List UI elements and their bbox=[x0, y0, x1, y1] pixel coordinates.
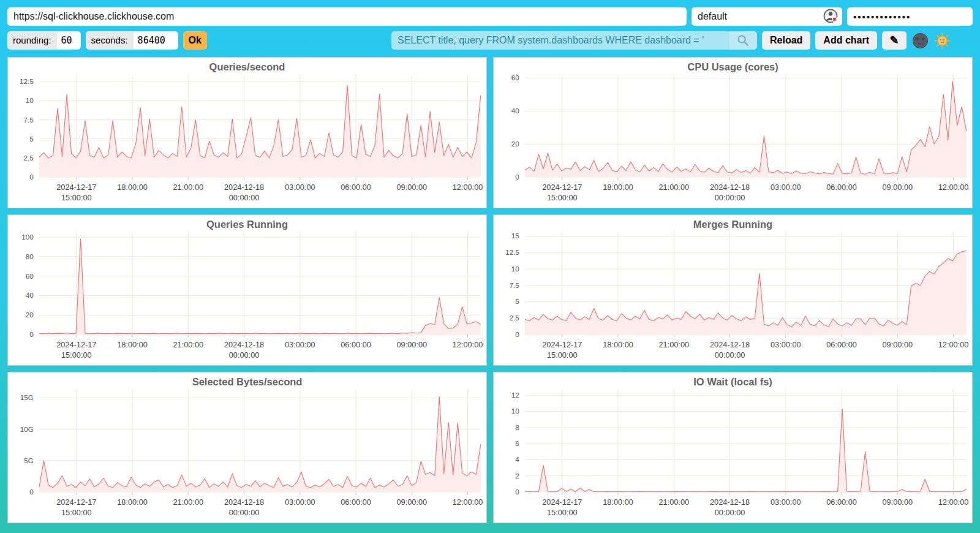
server-url-input[interactable] bbox=[7, 7, 687, 26]
svg-text:0: 0 bbox=[515, 330, 519, 338]
svg-text:15: 15 bbox=[511, 232, 519, 240]
svg-text:5G: 5G bbox=[24, 456, 34, 464]
password-manager-user-icon[interactable] bbox=[823, 9, 839, 25]
chart-title: Queries/second bbox=[8, 61, 486, 73]
svg-text:20: 20 bbox=[511, 140, 519, 148]
svg-text:06:00:00: 06:00:00 bbox=[341, 341, 371, 349]
svg-text:09:00:00: 09:00:00 bbox=[397, 183, 428, 192]
rounding-input[interactable] bbox=[57, 32, 80, 49]
add-chart-button[interactable]: Add chart bbox=[815, 31, 877, 50]
chart-title: Queries Running bbox=[8, 219, 486, 230]
run-search-button[interactable] bbox=[729, 31, 757, 50]
chart-canvas[interactable]: 0246810122024-12-1715:00:0018:00:0021:00… bbox=[494, 372, 972, 523]
chart-io-wait: IO Wait (local fs) 0246810122024-12-1715… bbox=[493, 372, 973, 523]
svg-text:7.5: 7.5 bbox=[510, 281, 519, 289]
svg-text:06:00:00: 06:00:00 bbox=[826, 183, 857, 192]
username-input[interactable] bbox=[692, 7, 842, 26]
chart-title: CPU Usage (cores) bbox=[494, 61, 972, 73]
dashboard-query-group bbox=[391, 31, 757, 50]
dashboard-query-input[interactable] bbox=[391, 31, 729, 50]
svg-text:12:00:00: 12:00:00 bbox=[453, 498, 483, 507]
svg-text:4: 4 bbox=[515, 456, 519, 464]
svg-text:09:00:00: 09:00:00 bbox=[397, 498, 428, 507]
svg-text:09:00:00: 09:00:00 bbox=[883, 183, 913, 192]
svg-text:03:00:00: 03:00:00 bbox=[771, 341, 801, 349]
svg-text:0: 0 bbox=[29, 488, 34, 496]
svg-text:00:00:00: 00:00:00 bbox=[715, 351, 745, 360]
svg-text:2024-12-18: 2024-12-18 bbox=[710, 498, 750, 507]
dark-theme-button[interactable] bbox=[911, 31, 929, 50]
chart-title: Selected Bytes/second bbox=[8, 376, 486, 388]
svg-text:0: 0 bbox=[515, 488, 519, 496]
svg-text:2024-12-18: 2024-12-18 bbox=[710, 183, 750, 192]
svg-text:10: 10 bbox=[511, 265, 519, 273]
svg-text:09:00:00: 09:00:00 bbox=[883, 498, 913, 507]
chart-queries-running: Queries Running 0204060801002024-12-1715… bbox=[7, 214, 487, 366]
svg-text:0: 0 bbox=[515, 173, 519, 181]
svg-text:18:00:00: 18:00:00 bbox=[117, 498, 148, 507]
svg-text:18:00:00: 18:00:00 bbox=[117, 341, 148, 349]
svg-text:40: 40 bbox=[511, 107, 519, 115]
svg-text:00:00:00: 00:00:00 bbox=[229, 194, 260, 202]
password-input[interactable] bbox=[847, 7, 973, 26]
svg-text:6: 6 bbox=[515, 439, 519, 447]
svg-text:15G: 15G bbox=[20, 393, 34, 401]
svg-text:2024-12-18: 2024-12-18 bbox=[710, 341, 750, 349]
svg-text:12:00:00: 12:00:00 bbox=[938, 341, 969, 349]
svg-text:60: 60 bbox=[511, 74, 519, 81]
svg-text:18:00:00: 18:00:00 bbox=[603, 341, 633, 349]
svg-text:21:00:00: 21:00:00 bbox=[659, 498, 690, 507]
svg-text:06:00:00: 06:00:00 bbox=[341, 183, 371, 192]
svg-text:2024-12-17: 2024-12-17 bbox=[56, 183, 96, 192]
svg-text:7.5: 7.5 bbox=[24, 116, 34, 124]
svg-text:03:00:00: 03:00:00 bbox=[285, 341, 315, 349]
svg-text:15:00:00: 15:00:00 bbox=[61, 351, 92, 360]
svg-text:15:00:00: 15:00:00 bbox=[547, 351, 578, 360]
svg-text:18:00:00: 18:00:00 bbox=[603, 498, 633, 507]
svg-text:03:00:00: 03:00:00 bbox=[771, 498, 801, 507]
svg-text:12: 12 bbox=[511, 391, 519, 399]
svg-text:2024-12-18: 2024-12-18 bbox=[224, 341, 264, 349]
reload-button[interactable]: Reload bbox=[762, 31, 810, 50]
svg-text:2024-12-17: 2024-12-17 bbox=[56, 498, 96, 507]
seconds-input[interactable] bbox=[134, 32, 178, 49]
ok-button[interactable]: Ok bbox=[183, 31, 207, 50]
svg-text:00:00:00: 00:00:00 bbox=[715, 194, 745, 202]
search-icon bbox=[736, 34, 750, 47]
chart-selected-bytes: Selected Bytes/second 05G10G15G2024-12-1… bbox=[7, 372, 487, 523]
chart-canvas[interactable]: 02.557.51012.52024-12-1715:00:0018:00:00… bbox=[8, 58, 486, 208]
svg-text:00:00:00: 00:00:00 bbox=[715, 508, 745, 517]
svg-text:10: 10 bbox=[26, 96, 34, 104]
svg-text:21:00:00: 21:00:00 bbox=[659, 341, 690, 349]
seconds-label: seconds: bbox=[86, 31, 133, 50]
chart-title: Merges Running bbox=[494, 219, 972, 230]
edit-button[interactable]: ✎ bbox=[882, 31, 907, 50]
svg-text:2024-12-18: 2024-12-18 bbox=[224, 498, 264, 507]
dashboard-grid: Queries/second 02.557.51012.52024-12-171… bbox=[7, 57, 973, 523]
svg-text:15:00:00: 15:00:00 bbox=[61, 508, 92, 517]
svg-text:00:00:00: 00:00:00 bbox=[229, 508, 260, 517]
connection-bar bbox=[7, 7, 973, 26]
svg-text:21:00:00: 21:00:00 bbox=[173, 183, 204, 192]
svg-text:12.5: 12.5 bbox=[505, 248, 519, 256]
chart-canvas[interactable]: 02.557.51012.5152024-12-1715:00:0018:00:… bbox=[494, 215, 972, 365]
light-theme-button[interactable] bbox=[933, 31, 951, 50]
svg-text:21:00:00: 21:00:00 bbox=[173, 341, 204, 349]
chart-canvas[interactable]: 0204060801002024-12-1715:00:0018:00:0021… bbox=[8, 215, 486, 365]
svg-text:10: 10 bbox=[511, 407, 519, 415]
chart-queries-per-second: Queries/second 02.557.51012.52024-12-171… bbox=[7, 57, 487, 208]
svg-text:15:00:00: 15:00:00 bbox=[547, 194, 578, 202]
svg-text:20: 20 bbox=[26, 311, 34, 319]
chart-canvas[interactable]: 05G10G15G2024-12-1715:00:0018:00:0021:00… bbox=[8, 372, 486, 523]
svg-text:03:00:00: 03:00:00 bbox=[285, 498, 315, 507]
chart-cpu-usage: CPU Usage (cores) 02040602024-12-1715:00… bbox=[493, 57, 973, 208]
svg-text:60: 60 bbox=[26, 272, 34, 280]
svg-text:12:00:00: 12:00:00 bbox=[938, 498, 969, 507]
rounding-field: rounding: bbox=[7, 31, 81, 50]
svg-text:5: 5 bbox=[29, 135, 34, 143]
chart-canvas[interactable]: 02040602024-12-1715:00:0018:00:0021:00:0… bbox=[494, 58, 972, 208]
svg-text:09:00:00: 09:00:00 bbox=[397, 341, 428, 349]
svg-text:2: 2 bbox=[515, 472, 519, 480]
svg-text:12:00:00: 12:00:00 bbox=[938, 183, 969, 192]
svg-text:06:00:00: 06:00:00 bbox=[341, 498, 371, 507]
